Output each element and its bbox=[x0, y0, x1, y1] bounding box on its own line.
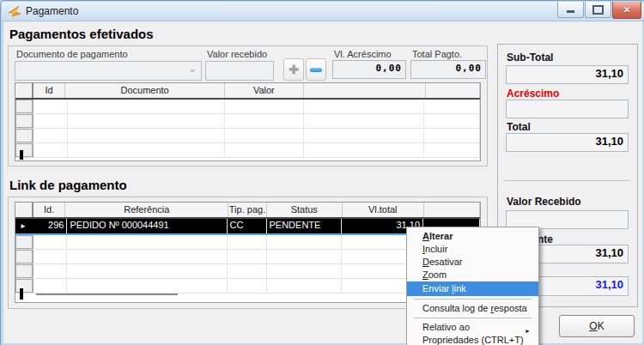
table-cell: CC bbox=[228, 219, 267, 233]
app-icon bbox=[8, 4, 21, 18]
acrescimo-field bbox=[506, 100, 629, 118]
row-marker bbox=[15, 100, 33, 113]
table-cell bbox=[424, 129, 480, 142]
column-header-documento: Documento bbox=[65, 83, 224, 98]
current-row-marker: ► bbox=[15, 219, 33, 233]
menu-item-consulta-log-de-resposta[interactable]: Consulta log de resposta bbox=[407, 302, 538, 315]
table-cell bbox=[33, 279, 67, 293]
menu-item-alterar[interactable]: Alterar bbox=[407, 230, 538, 243]
close-button[interactable]: ✕ bbox=[612, 2, 641, 19]
valor-recebido-input[interactable] bbox=[205, 61, 274, 81]
table-row[interactable] bbox=[15, 114, 480, 129]
row-arrow-icon: ► bbox=[20, 222, 27, 230]
table-cell bbox=[304, 114, 424, 128]
column-header-status: Status bbox=[267, 203, 343, 217]
table-cell bbox=[33, 100, 68, 113]
row-marker-header bbox=[15, 203, 33, 217]
ok-button[interactable]: OK bbox=[559, 315, 635, 337]
table-cell bbox=[228, 264, 267, 278]
documento-pagamento-label: Documento de pagamento bbox=[16, 49, 128, 59]
menu-item-relativo-ao[interactable]: Relativo ao► bbox=[407, 321, 538, 334]
minus-icon bbox=[310, 68, 322, 72]
row-marker bbox=[15, 250, 33, 263]
grid-header-row: IdDocumentoValor bbox=[15, 83, 480, 100]
context-menu: AlterarIncluirDesativarZoomEnviar linkCo… bbox=[406, 227, 539, 345]
total-label: Total bbox=[507, 121, 531, 133]
table-cell bbox=[267, 235, 343, 249]
table-cell bbox=[68, 100, 225, 113]
horizontal-scrollbar-thumb[interactable] bbox=[36, 294, 178, 295]
total-pagto-label: Total Pagto. bbox=[412, 49, 462, 59]
title-bar[interactable]: Pagamento ✕ bbox=[2, 2, 644, 21]
column-header-valor: Valor bbox=[225, 83, 304, 98]
grid-caret bbox=[20, 288, 23, 300]
table-cell: PENDENTE bbox=[267, 219, 343, 233]
table-cell bbox=[225, 114, 304, 128]
table-cell bbox=[267, 250, 343, 263]
documento-pagamento-combobox[interactable]: ⌄ bbox=[15, 61, 202, 81]
payment-window: Pagamento ✕ Pagamentos efetivados Docume… bbox=[0, 0, 644, 345]
maximize-button[interactable] bbox=[585, 2, 611, 18]
window-title: Pagamento bbox=[26, 5, 78, 17]
column-header-id: Id bbox=[33, 83, 66, 98]
valor-recebido-label: Valor recebido bbox=[207, 49, 267, 59]
table-row[interactable] bbox=[15, 143, 480, 158]
menu-item-desativar[interactable]: Desativar bbox=[407, 256, 538, 269]
add-payment-button[interactable]: ✚ bbox=[283, 58, 304, 81]
table-cell bbox=[68, 129, 225, 142]
table-cell bbox=[228, 279, 267, 293]
table-cell bbox=[225, 129, 304, 142]
table-cell bbox=[33, 264, 67, 278]
menu-item-enviar-link[interactable]: Enviar link bbox=[407, 281, 538, 296]
table-cell bbox=[67, 250, 227, 263]
subtotal-label: Sub-Total bbox=[507, 51, 553, 64]
table-cell bbox=[267, 279, 343, 293]
table-cell: PEDIDO Nº 000044491 bbox=[67, 219, 227, 233]
table-cell bbox=[33, 250, 67, 263]
table-cell bbox=[67, 235, 227, 249]
table-cell bbox=[33, 235, 67, 249]
table-cell bbox=[33, 114, 68, 128]
table-row[interactable] bbox=[15, 129, 480, 143]
table-cell bbox=[68, 114, 225, 128]
table-cell bbox=[304, 129, 424, 142]
row-marker bbox=[15, 235, 33, 249]
column-header bbox=[304, 83, 426, 98]
menu-item-propriedades-ctrl-t[interactable]: Propriedades (CTRL+T) bbox=[407, 334, 538, 345]
payments-grid: IdDocumentoValor bbox=[15, 82, 481, 161]
table-cell bbox=[33, 143, 68, 157]
window-controls: ✕ bbox=[556, 2, 641, 18]
table-cell bbox=[424, 143, 480, 157]
grid-header-row: Id.ReferênciaTip. pag.StatusVl.total bbox=[15, 203, 480, 219]
column-header-vl-total: Vl.total bbox=[343, 203, 424, 217]
menu-separator bbox=[414, 318, 532, 318]
panel-divider bbox=[503, 180, 630, 181]
minimize-button[interactable] bbox=[557, 2, 584, 18]
table-cell: 296 bbox=[33, 219, 67, 233]
total-field: 31,10 bbox=[506, 133, 629, 152]
menu-item-incluir[interactable]: Incluir bbox=[407, 243, 538, 256]
row-marker bbox=[15, 279, 33, 293]
table-cell bbox=[67, 279, 227, 293]
maximize-icon bbox=[592, 5, 604, 15]
table-cell bbox=[304, 143, 424, 157]
vl-acrescimo-label: Vl. Acréscimo bbox=[334, 49, 392, 59]
close-icon: ✕ bbox=[623, 5, 630, 15]
table-cell bbox=[67, 264, 227, 278]
table-cell bbox=[225, 143, 304, 157]
table-row[interactable] bbox=[15, 100, 480, 114]
plus-icon: ✚ bbox=[289, 64, 299, 76]
column-header bbox=[426, 83, 480, 98]
menu-item-zoom[interactable]: Zoom bbox=[407, 269, 538, 281]
table-cell bbox=[424, 114, 480, 128]
column-header-refer-ncia: Referência bbox=[65, 203, 228, 217]
row-marker bbox=[15, 114, 33, 128]
valor-recebido-summary-label: Valor Recebido bbox=[507, 196, 581, 208]
menu-separator bbox=[414, 299, 532, 300]
remove-payment-button[interactable] bbox=[306, 58, 326, 81]
vl-acrescimo-field: 0,00 bbox=[332, 60, 406, 79]
table-cell bbox=[225, 100, 304, 113]
column-header bbox=[424, 203, 480, 217]
row-marker-header bbox=[15, 83, 33, 98]
table-cell bbox=[68, 143, 225, 157]
